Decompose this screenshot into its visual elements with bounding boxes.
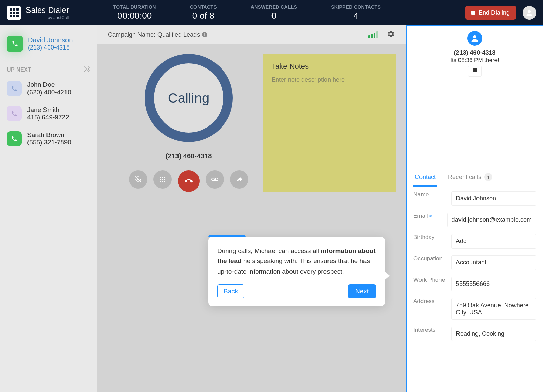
contact-name: Jane Smith xyxy=(27,106,69,114)
field-value[interactable]: Accountant xyxy=(451,255,536,270)
campaign-prefix: Campaign Name: xyxy=(108,31,155,38)
svg-point-1 xyxy=(160,177,161,178)
notes-placeholder: Enter note description here xyxy=(272,76,388,83)
panel-avatar-icon xyxy=(467,31,482,46)
phone-icon xyxy=(7,131,22,146)
stat-contacts: CONTACTS 0 of 8 xyxy=(190,4,217,21)
tab-recent-label: Recent calls xyxy=(448,174,481,180)
field-label: Interests xyxy=(413,327,451,333)
active-contact[interactable]: David Johnson (213) 460-4318 xyxy=(7,36,90,52)
sidebar: David Johnson (213) 460-4318 UP NEXT Joh… xyxy=(0,25,97,392)
user-avatar[interactable] xyxy=(523,6,536,20)
field-value[interactable]: david.johnson@example.com xyxy=(447,213,536,227)
hangup-button[interactable] xyxy=(178,170,200,192)
contact-item[interactable]: Jane Smith 415) 649-9722 xyxy=(7,106,90,121)
stat-value: 0 of 8 xyxy=(190,11,217,21)
field-value[interactable]: 5555556666 xyxy=(451,277,536,291)
chat-icon[interactable] xyxy=(468,66,482,77)
person-icon xyxy=(525,8,534,17)
svg-point-10 xyxy=(212,178,214,181)
field-email: Email✉ david.johnson@example.com xyxy=(413,213,536,227)
contact-phone: (555) 321-7890 xyxy=(27,139,71,146)
logo-icon xyxy=(7,6,21,20)
field-label: Birthday xyxy=(413,234,451,241)
end-dialing-label: End Dialing xyxy=(479,9,510,16)
svg-point-8 xyxy=(162,181,163,182)
header-stats: TOTAL DURATION 00:00:00 CONTACTS 0 of 8 … xyxy=(113,4,465,21)
mute-button[interactable] xyxy=(129,170,147,189)
app-subtitle: by JustCall xyxy=(26,15,69,20)
notes-block[interactable]: Take Notes Enter note description here xyxy=(263,54,396,192)
field-value[interactable]: Reading, Cooking xyxy=(451,327,536,341)
svg-point-0 xyxy=(528,10,531,13)
contact-item[interactable]: John Doe (620) 400-4210 xyxy=(7,81,90,96)
notes-title: Take Notes xyxy=(272,62,388,71)
field-value[interactable]: Add xyxy=(451,234,536,249)
svg-point-13 xyxy=(473,35,476,38)
stat-label: ANSWERED CALLS xyxy=(251,4,297,10)
field-value[interactable]: David Johnson xyxy=(451,191,536,206)
stat-value: 00:00:00 xyxy=(113,11,156,21)
svg-point-4 xyxy=(160,179,161,180)
tab-recent-count: 1 xyxy=(484,173,492,181)
field-workphone: Work Phone 5555556666 xyxy=(413,277,536,291)
contact-phone: 415) 649-9722 xyxy=(27,114,69,121)
campaign-bar: Campaign Name: Qualified Leads i xyxy=(97,25,406,44)
back-button[interactable]: Back xyxy=(217,284,244,298)
field-name: Name David Johnson xyxy=(413,191,536,206)
tour-popover: During calls, Michael can access all inf… xyxy=(208,237,385,306)
phone-icon xyxy=(7,106,22,121)
calling-phone: (213) 460-4318 xyxy=(124,152,253,160)
stat-duration: TOTAL DURATION 00:00:00 xyxy=(113,4,156,21)
dialpad-button[interactable] xyxy=(153,170,172,189)
app-title: Sales Dialer xyxy=(26,6,69,15)
field-label: Work Phone xyxy=(413,277,451,283)
field-occupation: Occupation Accountant xyxy=(413,255,536,270)
calling-block: Calling (213) 460-4318 xyxy=(124,54,253,192)
app-logo: Sales Dialer by JustCall xyxy=(7,6,69,20)
signal-icon xyxy=(368,31,378,38)
stat-label: TOTAL DURATION xyxy=(113,4,156,10)
phone-icon xyxy=(7,81,22,96)
contact-name: Sarah Brown xyxy=(27,131,71,139)
field-interests: Interests Reading, Cooking xyxy=(413,327,536,341)
svg-point-5 xyxy=(162,179,163,180)
gear-icon[interactable] xyxy=(386,30,395,40)
stop-icon xyxy=(471,11,475,15)
svg-point-6 xyxy=(164,179,165,180)
forward-button[interactable] xyxy=(230,170,248,189)
field-address: Address 789 Oak Avenue, Nowhere City, US… xyxy=(413,298,536,320)
panel-tabs: Contact Recent calls 1 xyxy=(407,168,543,187)
end-dialing-button[interactable]: End Dialing xyxy=(465,6,516,20)
tab-recent-calls[interactable]: Recent calls 1 xyxy=(447,168,494,187)
contact-phone: (620) 400-4210 xyxy=(27,89,71,96)
stat-value: 0 xyxy=(251,11,297,21)
next-button[interactable]: Next xyxy=(348,284,376,298)
svg-point-3 xyxy=(164,177,165,178)
stat-value: 4 xyxy=(331,11,381,21)
stat-answered: ANSWERED CALLS 0 xyxy=(251,4,297,21)
calling-ring: Calling xyxy=(145,54,233,142)
field-birthday: Birthday Add xyxy=(413,234,536,249)
call-status: Calling xyxy=(168,91,209,106)
contact-item[interactable]: Sarah Brown (555) 321-7890 xyxy=(7,131,90,146)
stat-label: CONTACTS xyxy=(190,4,217,10)
tab-contact[interactable]: Contact xyxy=(413,169,437,187)
popover-text-before: During calls, Michael can access all xyxy=(217,247,321,254)
field-label: Address xyxy=(413,298,451,305)
contact-panel: (213) 460-4318 Its 08:36 PM there! Conta… xyxy=(406,25,543,392)
upnext-label: UP NEXT xyxy=(7,67,32,73)
shuffle-icon[interactable] xyxy=(83,65,90,74)
mail-icon[interactable]: ✉ xyxy=(429,214,432,218)
svg-point-11 xyxy=(215,178,218,181)
active-contact-phone: (213) 460-4318 xyxy=(28,44,73,51)
field-label: Email✉ xyxy=(413,213,447,219)
top-header: Sales Dialer by JustCall TOTAL DURATION … xyxy=(0,0,543,25)
field-label: Occupation xyxy=(413,255,451,262)
info-icon[interactable]: i xyxy=(202,32,207,37)
contact-details: Name David Johnson Email✉ david.johnson@… xyxy=(407,187,543,345)
field-value[interactable]: 789 Oak Avenue, Nowhere City, USA xyxy=(451,298,536,320)
svg-point-7 xyxy=(160,181,161,182)
voicemail-button[interactable] xyxy=(206,170,224,189)
svg-point-9 xyxy=(164,181,165,182)
